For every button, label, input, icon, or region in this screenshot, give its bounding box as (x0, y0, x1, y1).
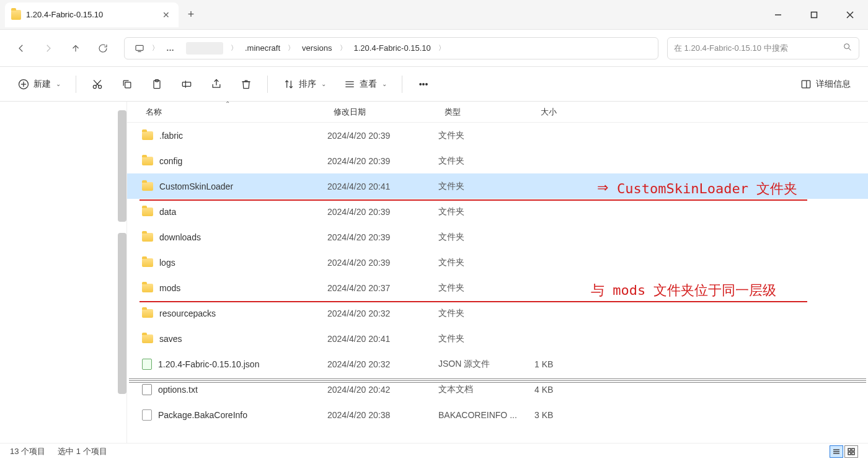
cell-size: 4 KB (534, 385, 596, 395)
close-button[interactable] (832, 0, 868, 30)
chevron-icon[interactable]: 〉 (286, 43, 296, 53)
file-name: downloads (159, 232, 201, 242)
breadcrumb-item[interactable]: 1.20.4-Fabric-0.15.10 (349, 38, 436, 59)
svg-rect-34 (848, 452, 851, 455)
copy-button[interactable] (115, 73, 140, 95)
forward-button[interactable] (36, 36, 61, 61)
svg-rect-16 (125, 82, 131, 87)
chevron-down-icon: ⌄ (382, 81, 387, 87)
cell-date: 2024/4/20 20:41 (327, 334, 438, 344)
cell-date: 2024/4/20 20:39 (327, 131, 438, 141)
new-tab-button[interactable]: + (179, 2, 203, 27)
column-label: 类型 (445, 107, 461, 118)
svg-rect-33 (852, 448, 854, 451)
folder-icon (142, 284, 153, 292)
column-name[interactable]: ⌃名称 (127, 102, 327, 122)
column-label: 大小 (541, 107, 557, 118)
svg-line-8 (849, 48, 851, 50)
file-row[interactable]: data2024/4/20 20:39文件夹 (127, 199, 868, 224)
file-row[interactable]: downloads2024/4/20 20:39文件夹 (127, 224, 868, 250)
cell-type: 文件夹 (438, 130, 534, 141)
minimize-button[interactable] (760, 0, 796, 30)
cell-type: 文件夹 (438, 206, 534, 217)
search-box[interactable]: 在 1.20.4-Fabric-0.15.10 中搜索 (667, 37, 859, 59)
column-size[interactable]: 大小 (534, 102, 596, 122)
details-icon (800, 78, 812, 90)
breadcrumb-overflow[interactable]: … (161, 38, 180, 59)
search-icon[interactable] (843, 42, 852, 55)
chevron-icon[interactable]: 〉 (437, 43, 446, 53)
column-date[interactable]: 修改日期 (327, 102, 438, 122)
folder-icon (142, 309, 153, 318)
refresh-button[interactable] (91, 36, 115, 61)
scrollbar-thumb[interactable] (118, 110, 126, 222)
svg-rect-1 (812, 12, 817, 17)
cell-name: mods (127, 283, 327, 293)
file-row[interactable]: saves2024/4/20 20:41文件夹 (127, 326, 868, 351)
file-row[interactable]: config2024/4/20 20:39文件夹 (127, 148, 868, 173)
file-row[interactable]: options.txt2024/4/20 20:42文本文档4 KB (127, 377, 868, 402)
cell-size: 1 KB (534, 359, 596, 369)
cell-size: 3 KB (534, 410, 596, 420)
share-button[interactable] (204, 73, 229, 95)
file-row[interactable]: 1.20.4-Fabric-0.15.10.json2024/4/20 20:3… (127, 351, 868, 377)
chevron-icon[interactable]: 〉 (339, 43, 348, 53)
file-name: .fabric (159, 131, 183, 141)
details-view-toggle[interactable] (830, 445, 843, 458)
breadcrumb[interactable]: 〉 … 〉 .minecraft 〉 versions 〉 1.20.4-Fab… (124, 37, 658, 59)
maximize-button[interactable] (796, 0, 832, 30)
view-icon (343, 78, 356, 90)
file-row[interactable]: CustomSkinLoader2024/4/20 20:41文件夹 (127, 173, 868, 199)
cell-date: 2024/4/20 20:39 (327, 207, 438, 217)
file-name: data (159, 207, 176, 217)
svg-rect-19 (182, 82, 190, 86)
file-row[interactable]: mods2024/4/20 20:37文件夹 (127, 275, 868, 300)
cell-type: 文件夹 (438, 282, 534, 294)
column-type[interactable]: 类型 (438, 102, 534, 122)
nav-sidebar[interactable] (0, 102, 127, 443)
cell-type: 文件夹 (438, 232, 534, 243)
cell-name: data (127, 207, 327, 217)
view-button[interactable]: 查看 ⌄ (337, 73, 393, 95)
chevron-icon[interactable]: 〉 (151, 43, 160, 53)
sort-icon (283, 78, 295, 90)
paste-button[interactable] (144, 73, 169, 95)
up-button[interactable] (63, 36, 88, 61)
cell-name: resourcepacks (127, 308, 327, 318)
cut-button[interactable] (85, 73, 110, 95)
file-name: mods (159, 283, 180, 293)
svg-rect-35 (852, 452, 854, 455)
breadcrumb-pc-icon[interactable] (130, 38, 149, 59)
folder-icon (142, 131, 153, 140)
search-placeholder: 在 1.20.4-Fabric-0.15.10 中搜索 (674, 43, 838, 54)
details-label: 详细信息 (816, 79, 851, 90)
breadcrumb-item[interactable]: .minecraft (240, 38, 285, 59)
item-count: 13 个项目 (10, 446, 45, 457)
breadcrumb-hidden[interactable] (181, 38, 228, 59)
window-tab[interactable]: 1.20.4-Fabric-0.15.10 ✕ (5, 2, 179, 27)
file-row[interactable]: logs2024/4/20 20:39文件夹 (127, 250, 868, 275)
file-row[interactable]: .fabric2024/4/20 20:39文件夹 (127, 123, 868, 148)
scrollbar-thumb[interactable] (118, 233, 126, 394)
thumbnails-view-toggle[interactable] (844, 445, 858, 458)
tab-close-icon[interactable]: ✕ (161, 10, 171, 20)
more-icon: ••• (417, 78, 430, 90)
new-button[interactable]: 新建 ⌄ (11, 73, 67, 95)
cell-type: JSON 源文件 (438, 359, 534, 370)
back-button[interactable] (9, 36, 33, 61)
file-row[interactable]: resourcepacks2024/4/20 20:32文件夹 (127, 300, 868, 326)
cell-name: .fabric (127, 131, 327, 141)
breadcrumb-item[interactable]: versions (297, 38, 337, 59)
cell-name: options.txt (127, 384, 327, 395)
chevron-icon[interactable]: 〉 (229, 43, 239, 53)
delete-button[interactable] (234, 73, 259, 95)
column-headers[interactable]: ⌃名称 修改日期 类型 大小 (127, 102, 868, 123)
cell-date: 2024/4/20 20:39 (327, 156, 438, 166)
file-name: options.txt (158, 385, 198, 395)
more-button[interactable]: ••• (411, 73, 436, 95)
rename-button[interactable] (174, 73, 199, 95)
file-name: saves (159, 334, 182, 344)
sort-button[interactable]: 排序 ⌄ (277, 73, 332, 95)
file-row[interactable]: Package.BakaCoreInfo2024/4/20 20:38BAKAC… (127, 402, 868, 427)
details-pane-button[interactable]: 详细信息 (794, 73, 857, 95)
